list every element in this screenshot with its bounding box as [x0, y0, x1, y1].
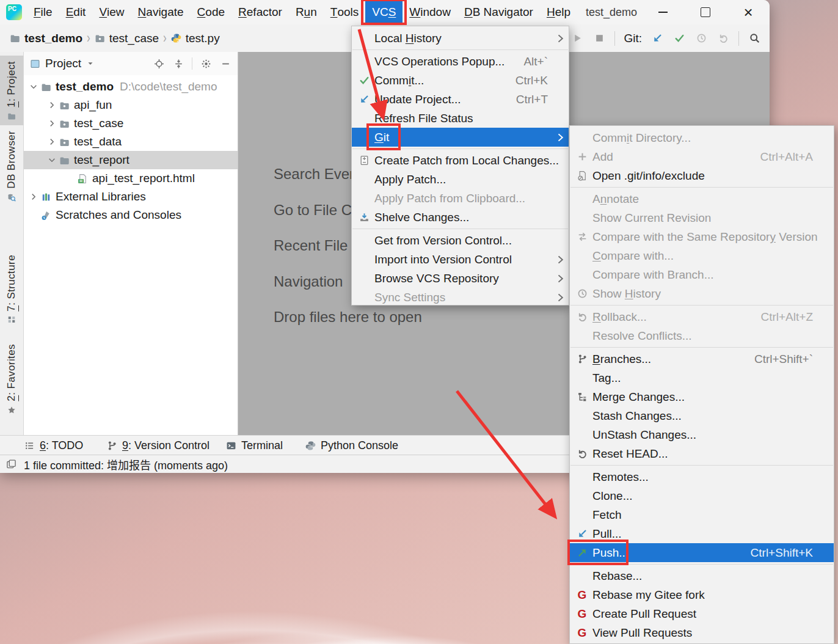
menubar-item-vcs[interactable]: VCS [365, 0, 403, 24]
menu-item-label: Show Current Revision [592, 211, 819, 225]
menu-item-label: Pull... [592, 527, 819, 541]
menubar-item-help[interactable]: Help [540, 0, 577, 24]
menu-separator [352, 49, 568, 50]
menu-item-sync-settings[interactable]: Sync Settings [352, 288, 569, 307]
toolwindow-button-python-console[interactable]: Python Console [305, 436, 398, 455]
menu-item-show-history[interactable]: Show History [570, 284, 834, 303]
window-controls: × [641, 0, 770, 24]
menu-item-rollback[interactable]: Rollback...Ctrl+Alt+Z [570, 307, 834, 326]
menu-item-stash-changes[interactable]: Stash Changes... [570, 406, 834, 425]
menu-item-commit[interactable]: Commit...Ctrl+K [352, 71, 569, 90]
menu-item-clone[interactable]: Clone... [570, 486, 834, 505]
settings-gear-button[interactable] [199, 56, 213, 71]
menu-item-compare-with-branch[interactable]: Compare with Branch... [570, 265, 834, 284]
menu-item-open-git-info-exclude[interactable]: Open .git/info/exclude [570, 166, 834, 185]
menu-item-import-into-version-control[interactable]: Import into Version Control [352, 250, 569, 269]
menu-item-commit-directory[interactable]: Commit Directory... [570, 128, 834, 147]
menubar-item-window[interactable]: Window [403, 0, 457, 24]
menu-item-get-from-version-control[interactable]: Get from Version Control... [352, 231, 569, 250]
tree-row-test-report[interactable]: test_report [24, 151, 238, 169]
menubar-item-db-navigator[interactable]: DB Navigator [457, 0, 540, 24]
menubar-item-run[interactable]: Run [289, 0, 324, 24]
menu-item-vcs-operations-popup[interactable]: VCS Operations Popup...Alt+` [352, 52, 569, 71]
menu-item-browse-vcs-repository[interactable]: Browse VCS Repository [352, 269, 569, 288]
toolwindow-button-6-todo[interactable]: 6: TODO [24, 436, 83, 455]
menu-item-merge-changes[interactable]: Merge Changes... [570, 387, 834, 406]
history-clock-button[interactable] [694, 31, 708, 46]
menubar-item-view[interactable]: View [92, 0, 131, 24]
update-pull-arrow-button[interactable] [650, 31, 664, 46]
menu-item-resolve-conflicts[interactable]: Resolve Conflicts... [570, 326, 834, 345]
editor-hint-text: Recent File [274, 237, 348, 254]
toolwindow-button-9-version-control[interactable]: 9: Version Control [107, 436, 210, 455]
stripe-item-7-structure[interactable]: 7: Structure [0, 249, 23, 329]
chevron-right-icon[interactable] [46, 119, 58, 128]
chevron-down-icon[interactable] [27, 82, 40, 91]
stripe-item-2-favorites[interactable]: 2: Favorites [0, 338, 23, 419]
menu-item-unstash-changes[interactable]: UnStash Changes... [570, 425, 834, 444]
menubar-item-edit[interactable]: Edit [59, 0, 93, 24]
run-button[interactable] [570, 31, 584, 46]
menu-item-create-pull-request[interactable]: GCreate Pull Request [570, 604, 834, 623]
menu-item-show-current-revision[interactable]: Show Current Revision [570, 208, 834, 227]
toolwindow-button-terminal[interactable]: Terminal [226, 436, 283, 455]
rollback-undo-button[interactable] [716, 31, 730, 46]
menu-item-view-pull-requests[interactable]: GView Pull Requests [570, 623, 834, 642]
close-button[interactable]: × [727, 0, 770, 24]
stripe-item-1-project[interactable]: 1: Project [0, 56, 23, 125]
breadcrumb-item-test-demo[interactable]: test_demo [10, 32, 82, 45]
chevron-right-icon[interactable] [46, 137, 58, 146]
menubar-item-navigate[interactable]: Navigate [131, 0, 191, 24]
menu-item-local-history[interactable]: Local History [352, 29, 569, 48]
menu-item-git[interactable]: Git [352, 128, 569, 147]
chevron-right-icon[interactable] [46, 101, 58, 109]
minimize-button[interactable] [641, 0, 684, 24]
menu-item-update-project[interactable]: Update Project...Ctrl+T [352, 90, 569, 109]
project-tool-window: Project test_demoD:\code\test_demoapi_fu… [24, 52, 238, 435]
tree-row-test-case[interactable]: test_case [24, 114, 238, 133]
menu-item-branches[interactable]: Branches...Ctrl+Shift+` [570, 349, 834, 368]
tree-row-test-data[interactable]: test_data [24, 133, 238, 151]
menubar-item-file[interactable]: File [27, 0, 59, 24]
tree-node-path: D:\code\test_demo [120, 80, 217, 93]
menu-item-apply-patch-from-clipboard[interactable]: Apply Patch from Clipboard... [352, 189, 569, 208]
menu-item-refresh-file-status[interactable]: Refresh File Status [352, 109, 569, 128]
hide-button[interactable] [218, 56, 233, 71]
stripe-item-db-browser[interactable]: DB Browser [0, 125, 23, 207]
search-button[interactable] [748, 31, 761, 46]
menu-item-annotate[interactable]: Annotate [570, 189, 834, 208]
project-tool-header-title[interactable]: Project [45, 57, 81, 70]
menu-item-reset-head[interactable]: Reset HEAD... [570, 444, 834, 463]
tree-row-test-demo[interactable]: test_demoD:\code\test_demo [24, 78, 238, 96]
menu-item-apply-patch[interactable]: Apply Patch... [352, 170, 569, 189]
commit-check-button[interactable] [672, 31, 686, 46]
menu-item-shelve-changes[interactable]: Shelve Changes... [352, 208, 569, 227]
menu-item-push[interactable]: Push...Ctrl+Shift+K [570, 543, 834, 562]
locate-button[interactable] [151, 56, 166, 71]
menubar-item-refactor[interactable]: Refactor [231, 0, 289, 24]
menu-item-fetch[interactable]: Fetch [570, 505, 834, 524]
menu-item-compare-with-the-same-repository-version[interactable]: Compare with the Same Repository Version [570, 227, 834, 246]
menu-item-rebase-my-gitee-fork[interactable]: GRebase my Gitee fork [570, 585, 834, 604]
maximize-button[interactable] [684, 0, 727, 24]
menu-separator [570, 347, 833, 348]
menu-item-compare-with[interactable]: Compare with... [570, 246, 834, 265]
menu-item-add[interactable]: AddCtrl+Alt+A [570, 147, 834, 166]
breadcrumb-item-test-case[interactable]: test_case [95, 32, 159, 45]
breadcrumb-item-test-py[interactable]: test.py [171, 32, 220, 45]
chevron-right-icon[interactable] [27, 192, 40, 201]
menu-item-tag[interactable]: Tag... [570, 368, 834, 387]
tree-row-api-fun[interactable]: api_fun [24, 96, 238, 114]
collapse-all-button[interactable] [171, 56, 186, 71]
menubar-item-tools[interactable]: Tools [324, 0, 365, 24]
menubar-item-code[interactable]: Code [191, 0, 231, 24]
menu-item-rebase[interactable]: Rebase... [570, 566, 834, 585]
tree-row-scratches-and-consoles[interactable]: Scratches and Consoles [24, 206, 238, 224]
tree-row-external-libraries[interactable]: External Libraries [24, 188, 238, 206]
menu-item-remotes[interactable]: Remotes... [570, 467, 834, 486]
tree-row-api-test-report-html[interactable]: Hapi_test_report.html [24, 169, 238, 188]
chevron-down-icon[interactable] [46, 156, 58, 164]
stop-button[interactable] [592, 31, 606, 46]
menu-item-pull[interactable]: Pull... [570, 524, 834, 543]
menu-item-create-patch-from-local-changes[interactable]: Create Patch from Local Changes... [352, 151, 569, 170]
